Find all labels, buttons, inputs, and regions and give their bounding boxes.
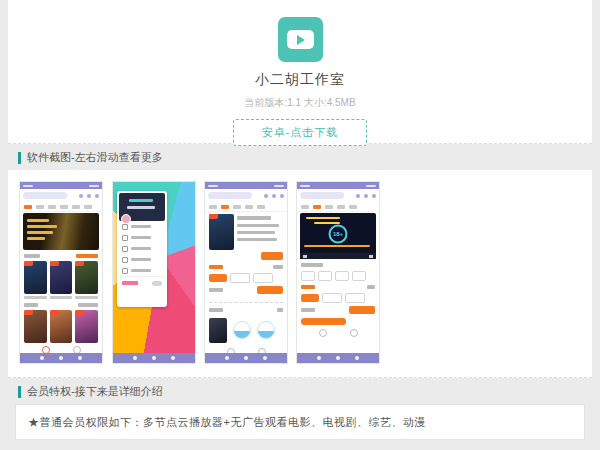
- movie-poster: [24, 261, 47, 294]
- search-input: [208, 192, 252, 199]
- screenshot-app-detail[interactable]: [205, 182, 287, 363]
- movie-poster: [75, 310, 98, 343]
- section-row: [20, 251, 102, 260]
- play-now-button: [261, 252, 283, 260]
- menu-item: [119, 232, 165, 243]
- action-button: [257, 286, 283, 294]
- menu-item-icon: [122, 268, 128, 274]
- privileges-section-heading: 会员特权-接下来是详细介绍: [18, 384, 163, 399]
- screenshot-app-home[interactable]: [20, 182, 102, 363]
- category-tabs: [20, 202, 102, 212]
- hero-banner: [23, 213, 99, 250]
- screenshots-section-heading: 软件截图-左右滑动查看更多: [18, 150, 163, 165]
- bottom-nav: [113, 353, 195, 363]
- avatar: [121, 214, 131, 224]
- age-badge: 18+: [329, 224, 348, 243]
- screenshots-heading-text: 软件截图-左右滑动查看更多: [27, 150, 163, 165]
- download-button[interactable]: 安卓-点击下载: [233, 119, 368, 146]
- menu-item: [119, 265, 165, 276]
- menu-item: [119, 254, 165, 265]
- episode-pills: [205, 271, 287, 284]
- movie-poster: [75, 261, 98, 294]
- movie-poster: [50, 261, 73, 294]
- app-icon: [278, 17, 323, 62]
- search-bar: [297, 189, 379, 202]
- privileges-note-box: ★普通会员权限如下：多节点云播放器+无广告观看电影、电视剧、综艺、动漫: [15, 404, 585, 440]
- search-input: [23, 192, 67, 199]
- menu-item: [119, 243, 165, 254]
- movie-detail-block: [205, 212, 287, 262]
- menu-header: [119, 193, 165, 221]
- play-icon: [287, 30, 314, 49]
- status-bar: [205, 182, 287, 189]
- play-icon: [303, 255, 307, 258]
- menu-item-icon: [122, 246, 128, 252]
- category-tabs: [297, 202, 379, 212]
- screenshot-app-menu[interactable]: [113, 182, 195, 363]
- app-info-card: 小二胡工作室 当前版本:1.1 大小:4.5MB 安卓-点击下载: [8, 0, 592, 144]
- privileges-note-text: ★普通会员权限如下：多节点云播放器+无广告观看电影、电视剧、综艺、动漫: [28, 415, 426, 430]
- privileges-heading-text: 会员特权-接下来是详细介绍: [27, 384, 163, 399]
- toggle-switch: [152, 281, 162, 286]
- movie-poster: [24, 310, 47, 343]
- heading-accent-bar: [18, 386, 21, 398]
- section-row: [20, 300, 102, 309]
- app-title: 小二胡工作室: [8, 71, 592, 89]
- screenshot-app-player[interactable]: 18+: [297, 182, 379, 363]
- status-bar: [297, 182, 379, 189]
- menu-item-icon: [122, 224, 128, 230]
- video-player: 18+: [300, 213, 376, 259]
- category-tabs: [205, 202, 287, 212]
- comments-row: [205, 314, 287, 346]
- search-bar: [20, 189, 102, 202]
- search-bar: [205, 189, 287, 202]
- movie-poster: [50, 310, 73, 343]
- screenshots-carousel: 18+: [8, 170, 592, 378]
- action-button: [349, 306, 375, 314]
- menu-item-icon: [122, 257, 128, 263]
- episode-pills: [297, 269, 379, 282]
- rating-donut: [233, 321, 251, 339]
- heading-accent-bar: [18, 152, 21, 164]
- menu-popup: [117, 191, 167, 307]
- app-version-info: 当前版本:1.1 大小:4.5MB: [8, 96, 592, 110]
- comment-thumbnail: [209, 318, 227, 343]
- bottom-nav: [297, 353, 379, 363]
- status-bar: [20, 182, 102, 189]
- player-controls: [300, 253, 376, 259]
- bottom-nav: [205, 353, 287, 363]
- menu-item-icon: [122, 235, 128, 241]
- rating-donut: [257, 321, 275, 339]
- fullscreen-icon: [369, 255, 373, 258]
- bottom-nav: [20, 353, 102, 363]
- progress-bar: [301, 318, 346, 325]
- poster-row: [20, 309, 102, 344]
- movie-poster: [209, 214, 234, 250]
- search-input: [300, 192, 344, 199]
- poster-row: [20, 260, 102, 295]
